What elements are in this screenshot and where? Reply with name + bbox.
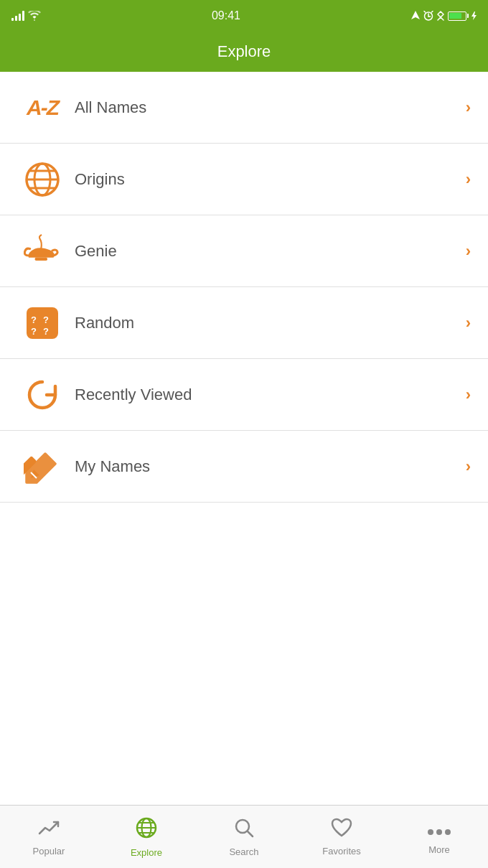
alarm-icon xyxy=(423,11,433,21)
globe-icon xyxy=(17,161,67,198)
svg-line-4 xyxy=(431,11,433,13)
az-icon: A-Z xyxy=(17,95,67,120)
svg-point-26 xyxy=(436,829,442,835)
battery-icon xyxy=(448,11,477,21)
chevron-my-names: › xyxy=(466,457,471,476)
pencil-icon xyxy=(17,448,67,485)
svg-line-3 xyxy=(424,11,426,13)
svg-text:?: ? xyxy=(31,314,37,325)
tab-popular[interactable]: Popular xyxy=(0,806,98,868)
chart-icon xyxy=(38,818,60,843)
svg-text:?: ? xyxy=(43,314,49,325)
dice-icon: ? ? ? ? xyxy=(17,304,67,342)
chevron-recently-viewed: › xyxy=(466,386,471,404)
tab-label-more: More xyxy=(428,844,450,855)
chevron-all-names: › xyxy=(466,98,471,117)
status-right xyxy=(411,11,477,21)
menu-item-my-names[interactable]: My Names › xyxy=(0,431,488,503)
status-left xyxy=(11,11,41,21)
tab-bar: Popular Explore Search xyxy=(0,805,488,868)
menu-item-origins[interactable]: Origins › xyxy=(0,144,488,215)
search-icon xyxy=(233,817,255,844)
main-content: A-Z All Names › Origins › xyxy=(0,72,488,805)
menu-label-genie: Genie xyxy=(75,242,466,261)
signal-icon xyxy=(11,11,24,21)
menu-label-origins: Origins xyxy=(75,170,466,189)
svg-rect-10 xyxy=(35,257,47,260)
svg-line-24 xyxy=(248,831,253,836)
page-title: Explore xyxy=(217,42,271,61)
tab-favorites[interactable]: Favorites xyxy=(293,806,390,868)
status-time: 09:41 xyxy=(212,9,240,22)
svg-text:?: ? xyxy=(31,326,37,337)
tab-label-explore: Explore xyxy=(131,847,162,858)
tab-label-favorites: Favorites xyxy=(322,846,360,857)
menu-item-random[interactable]: ? ? ? ? Random › xyxy=(0,287,488,359)
menu-item-recently-viewed[interactable]: Recently Viewed › xyxy=(0,359,488,431)
menu-label-random: Random xyxy=(75,314,466,332)
location-icon xyxy=(411,11,420,21)
svg-point-27 xyxy=(445,829,451,835)
menu-item-genie[interactable]: Genie › xyxy=(0,215,488,287)
svg-point-25 xyxy=(428,829,433,835)
chevron-random: › xyxy=(466,314,471,332)
charging-icon xyxy=(471,11,477,20)
tab-label-popular: Popular xyxy=(33,846,65,857)
menu-label-recently-viewed: Recently Viewed xyxy=(75,386,466,404)
chevron-genie: › xyxy=(466,242,471,261)
header: Explore xyxy=(0,32,488,72)
status-bar: 09:41 xyxy=(0,0,488,32)
wifi-icon xyxy=(28,11,41,21)
tab-more[interactable]: More xyxy=(390,806,488,868)
heart-icon xyxy=(331,818,352,843)
chevron-origins: › xyxy=(466,170,471,189)
tab-explore[interactable]: Explore xyxy=(98,806,195,868)
dots-icon xyxy=(427,818,451,841)
tab-label-search: Search xyxy=(229,846,258,857)
menu-label-my-names: My Names xyxy=(75,457,466,476)
refresh-icon xyxy=(17,376,67,414)
lamp-icon xyxy=(17,233,67,270)
explore-globe-icon xyxy=(135,816,158,844)
bluetooth-icon xyxy=(437,11,444,21)
tab-search[interactable]: Search xyxy=(195,806,293,868)
menu-item-all-names[interactable]: A-Z All Names › xyxy=(0,72,488,144)
svg-text:?: ? xyxy=(43,326,49,337)
menu-label-all-names: All Names xyxy=(75,98,466,117)
